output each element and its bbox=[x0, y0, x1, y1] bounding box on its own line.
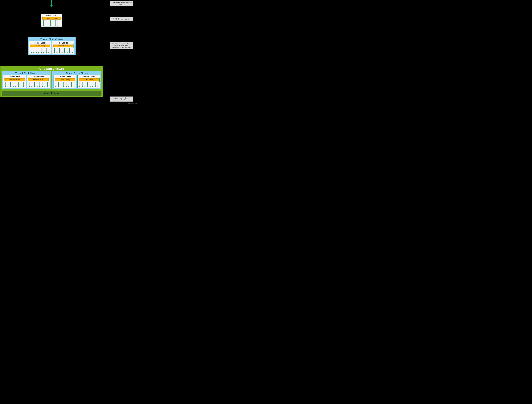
shared-memory-label: Shared Memory bbox=[53, 44, 73, 47]
svg-marker-13 bbox=[57, 25, 58, 26]
grid-clusters-row: Thread Block Cluster Thread Block Shared… bbox=[0, 71, 103, 90]
shared-memory-label: Shared Memory bbox=[79, 78, 99, 81]
svg-marker-1 bbox=[43, 25, 44, 26]
svg-marker-111 bbox=[97, 86, 99, 87]
svg-marker-83 bbox=[58, 86, 59, 87]
svg-marker-73 bbox=[39, 86, 40, 87]
svg-marker-33 bbox=[54, 52, 55, 53]
svg-marker-51 bbox=[7, 86, 9, 87]
thread-block-cluster-standalone: Thread Block Cluster Thread Block Shared… bbox=[28, 37, 76, 55]
svg-marker-81 bbox=[55, 86, 56, 87]
svg-marker-101 bbox=[84, 86, 85, 87]
svg-marker-57 bbox=[15, 86, 16, 87]
svg-marker-55 bbox=[13, 86, 14, 87]
svg-marker-35 bbox=[57, 52, 57, 53]
cluster-body: Thread Block Shared Memory Thread Block … bbox=[28, 41, 76, 55]
thread-arrows-icon bbox=[77, 81, 100, 88]
svg-marker-77 bbox=[44, 86, 45, 87]
thread-block-title: Thread Block bbox=[41, 14, 62, 17]
cluster-body: Thread Block Shared Memory Thread Block … bbox=[2, 75, 51, 89]
svg-marker-7 bbox=[50, 25, 51, 26]
svg-marker-93 bbox=[71, 86, 72, 87]
svg-marker-107 bbox=[92, 86, 93, 87]
thread-block-title: Thread Block bbox=[54, 75, 76, 78]
svg-marker-9 bbox=[52, 25, 54, 26]
thread-block-cluster: Thread Block Cluster Thread Block Shared… bbox=[52, 71, 101, 89]
svg-marker-59 bbox=[18, 86, 19, 87]
shared-memory-label: Shared Memory bbox=[55, 78, 75, 81]
svg-marker-5 bbox=[48, 25, 49, 26]
svg-marker-43 bbox=[67, 52, 68, 53]
svg-marker-31 bbox=[48, 52, 50, 53]
svg-marker-87 bbox=[63, 86, 64, 87]
thread-block: Thread Block Shared Memory bbox=[3, 75, 26, 88]
shared-memory-label: Shared Memory bbox=[43, 17, 61, 19]
cluster-title: Thread Block Cluster bbox=[52, 71, 101, 75]
grid-title: Grid with Clusters bbox=[0, 66, 103, 71]
svg-marker-79 bbox=[47, 86, 48, 87]
thread-block: Thread Block Shared Memory bbox=[27, 75, 50, 88]
svg-marker-53 bbox=[10, 86, 11, 87]
connector-per-block bbox=[61, 19, 110, 19]
svg-marker-17 bbox=[31, 52, 32, 53]
thread-block-title: Thread Block bbox=[29, 41, 51, 44]
grid-with-clusters: Grid with Clusters Thread Block Cluster … bbox=[0, 66, 103, 97]
shared-memory-label: Shared Memory bbox=[30, 44, 50, 47]
svg-marker-19 bbox=[33, 52, 34, 53]
global-memory-label: Global Memory bbox=[2, 91, 101, 96]
thread-arrows-icon bbox=[54, 81, 76, 88]
callout-per-thread: Per thread registers and local memory bbox=[110, 1, 133, 6]
shared-memory-label: Shared Memory bbox=[28, 78, 49, 81]
callout-global-memory: Global Memory shared between all GPU ker… bbox=[110, 96, 133, 101]
cluster-body: Thread Block Shared Memory Thread Block … bbox=[52, 75, 101, 89]
callout-dsm: Shared memory of all thread blocks in a … bbox=[110, 42, 133, 49]
svg-marker-67 bbox=[31, 86, 32, 87]
svg-marker-63 bbox=[23, 86, 24, 87]
svg-marker-23 bbox=[38, 52, 39, 53]
svg-marker-71 bbox=[37, 86, 38, 87]
svg-marker-41 bbox=[64, 52, 65, 53]
svg-marker-27 bbox=[43, 52, 44, 53]
svg-marker-65 bbox=[29, 86, 30, 87]
cluster-title: Thread Block Cluster bbox=[28, 37, 76, 41]
svg-marker-21 bbox=[36, 52, 37, 53]
thread-block-title: Thread Block bbox=[52, 41, 74, 44]
thread-block-cluster: Thread Block Cluster Thread Block Shared… bbox=[2, 71, 51, 89]
svg-marker-45 bbox=[69, 52, 70, 53]
svg-marker-61 bbox=[20, 86, 21, 87]
shared-memory-label: Shared Memory bbox=[4, 78, 25, 81]
thread-arrows-icon bbox=[29, 47, 51, 54]
svg-marker-29 bbox=[46, 52, 47, 53]
svg-marker-3 bbox=[45, 25, 46, 26]
svg-marker-103 bbox=[87, 86, 88, 87]
thread-block-title: Thread Block bbox=[27, 75, 50, 78]
svg-marker-89 bbox=[66, 86, 67, 87]
thread-arrows-icon bbox=[52, 47, 74, 54]
svg-marker-97 bbox=[79, 86, 80, 87]
thread-block-title: Thread Block bbox=[3, 75, 26, 78]
svg-marker-109 bbox=[95, 86, 96, 87]
cluster-title: Thread Block Cluster bbox=[2, 71, 51, 75]
svg-marker-25 bbox=[41, 52, 42, 53]
svg-marker-37 bbox=[59, 52, 60, 53]
thread-block-standalone: Thread Block Shared Memory bbox=[41, 14, 62, 27]
svg-marker-49 bbox=[5, 86, 6, 87]
thread-arrow-icon bbox=[51, 0, 52, 6]
svg-marker-69 bbox=[34, 86, 35, 87]
thread-arrows-icon bbox=[3, 81, 26, 88]
svg-marker-91 bbox=[68, 86, 70, 87]
thread-block: Thread Block Shared Memory bbox=[52, 41, 74, 54]
svg-marker-99 bbox=[82, 86, 83, 87]
svg-marker-105 bbox=[90, 86, 91, 87]
thread-block: Thread Block Shared Memory bbox=[54, 75, 76, 88]
svg-marker-11 bbox=[55, 25, 56, 26]
thread-block-title: Thread Block bbox=[77, 75, 100, 78]
svg-marker-15 bbox=[60, 25, 61, 26]
diagram-stage: Per thread registers and local memory Th… bbox=[0, 0, 138, 105]
svg-marker-85 bbox=[60, 86, 62, 87]
svg-marker-95 bbox=[74, 86, 75, 87]
thread-block: Thread Block Shared Memory bbox=[77, 75, 100, 88]
svg-marker-47 bbox=[72, 52, 73, 53]
thread-arrows-icon bbox=[41, 20, 62, 26]
thread-arrows-icon bbox=[27, 81, 50, 88]
